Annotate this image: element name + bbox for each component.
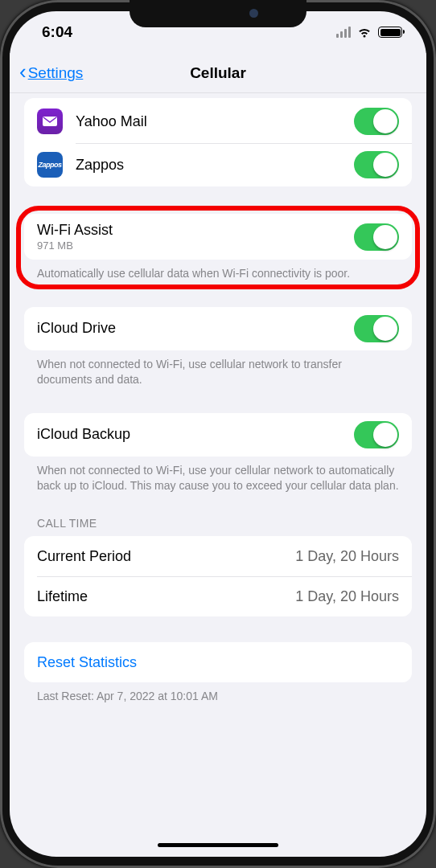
yahoo-mail-icon (37, 108, 63, 134)
wifi-assist-footer: Automatically use cellular data when Wi-… (37, 266, 399, 281)
app-cellular-group: Yahoo Mail Zappos Zappos (24, 98, 412, 186)
wifi-assist-usage: 971 MB (37, 240, 354, 252)
icloud-backup-footer: When not connected to Wi-Fi, use your ce… (37, 463, 399, 493)
call-time-current-value: 1 Day, 20 Hours (295, 548, 399, 565)
toggle-wifi-assist[interactable] (354, 223, 399, 251)
screen: 6:04 ‹ Settings Cellular Yahoo Mail (10, 11, 426, 857)
app-name: Yahoo Mail (76, 113, 354, 130)
home-indicator[interactable] (158, 843, 278, 847)
back-button[interactable]: ‹ Settings (19, 64, 83, 82)
call-time-lifetime-label: Lifetime (37, 588, 295, 605)
wifi-icon (356, 27, 372, 39)
icloud-drive-title: iCloud Drive (37, 320, 354, 337)
nav-bar: ‹ Settings Cellular (10, 53, 426, 93)
app-name: Zappos (76, 157, 354, 174)
call-time-current-label: Current Period (37, 548, 295, 565)
reset-statistics-button[interactable]: Reset Statistics (24, 642, 412, 682)
call-time-current-row: Current Period 1 Day, 20 Hours (24, 536, 412, 576)
toggle-icloud-backup[interactable] (354, 421, 399, 448)
icloud-backup-title: iCloud Backup (37, 426, 354, 443)
call-time-group: Current Period 1 Day, 20 Hours Lifetime … (24, 536, 412, 616)
wifi-assist-section: Wi-Fi Assist 971 MB Automatically use ce… (10, 214, 426, 281)
icloud-drive-footer: When not connected to Wi-Fi, use cellula… (37, 357, 399, 387)
wifi-assist-title: Wi-Fi Assist (37, 222, 354, 239)
last-reset-text: Last Reset: Apr 7, 2022 at 10:01 AM (37, 689, 399, 704)
toggle-icloud-drive[interactable] (354, 315, 399, 342)
app-row-zappos[interactable]: Zappos Zappos (24, 143, 412, 186)
icloud-drive-row[interactable]: iCloud Drive (24, 307, 412, 350)
scroll-content[interactable]: Yahoo Mail Zappos Zappos Wi-Fi Assist 97… (10, 93, 426, 857)
call-time-header: CALL TIME (37, 517, 399, 530)
app-row-yahoo-mail[interactable]: Yahoo Mail (24, 100, 412, 143)
reset-group: Reset Statistics (24, 642, 412, 682)
back-label: Settings (28, 64, 84, 82)
cellular-signal-icon (336, 27, 351, 38)
icloud-backup-group: iCloud Backup (24, 413, 412, 457)
call-time-lifetime-row: Lifetime 1 Day, 20 Hours (24, 576, 412, 616)
icloud-drive-group: iCloud Drive (24, 307, 412, 350)
notch (130, 0, 306, 27)
toggle-yahoo-mail[interactable] (354, 108, 399, 135)
call-time-lifetime-value: 1 Day, 20 Hours (295, 588, 399, 605)
toggle-zappos[interactable] (354, 151, 399, 178)
wifi-assist-row[interactable]: Wi-Fi Assist 971 MB (24, 214, 412, 260)
device-frame: 6:04 ‹ Settings Cellular Yahoo Mail (0, 0, 436, 868)
reset-statistics-label: Reset Statistics (37, 654, 399, 671)
battery-icon (378, 27, 402, 38)
icloud-backup-row[interactable]: iCloud Backup (24, 413, 412, 457)
status-time: 6:04 (42, 23, 72, 41)
zappos-icon: Zappos (37, 152, 63, 178)
chevron-left-icon: ‹ (19, 61, 27, 82)
